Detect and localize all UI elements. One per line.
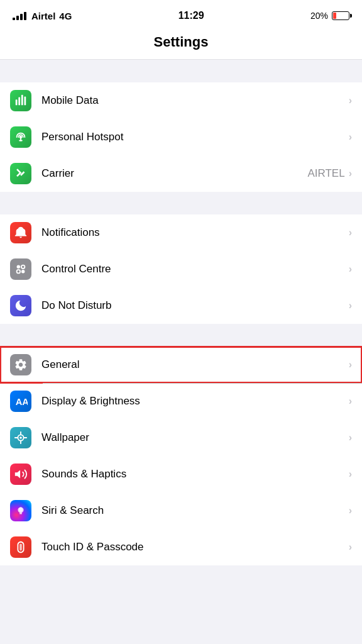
hotspot-icon: [10, 126, 31, 148]
general-icon: [10, 354, 31, 375]
siri-svg: [14, 504, 28, 518]
svg-point-17: [19, 508, 23, 512]
do-not-disturb-label: Do Not Disturb: [41, 299, 349, 312]
general-svg: [14, 358, 28, 372]
sounds-icon: [10, 464, 31, 485]
do-not-disturb-chevron: ›: [349, 300, 352, 311]
battery-percent: 20%: [310, 11, 328, 21]
svg-point-11: [19, 436, 22, 439]
svg-point-7: [17, 270, 20, 274]
settings-row-display[interactable]: AA Display & Brightness ›: [0, 383, 362, 419]
settings-row-general[interactable]: General ›: [0, 347, 362, 383]
section-divider-2: [0, 192, 362, 214]
svg-rect-1: [18, 97, 20, 106]
settings-row-personal-hotspot[interactable]: Personal Hotspot ›: [0, 119, 362, 155]
touchid-icon: [10, 536, 31, 558]
section-divider-3: [0, 324, 362, 347]
mobile-data-svg: [14, 94, 28, 108]
general-chevron: ›: [349, 359, 352, 370]
siri-label: Siri & Search: [41, 504, 349, 517]
section-divider-top: [0, 60, 362, 82]
mobile-data-icon: [10, 90, 31, 111]
svg-text:AA: AA: [16, 397, 28, 407]
touchid-svg: [14, 540, 28, 554]
touchid-chevron: ›: [349, 541, 352, 553]
do-not-disturb-icon: [10, 295, 31, 316]
control-centre-icon: [10, 258, 31, 280]
svg-rect-2: [21, 95, 23, 106]
display-label: Display & Brightness: [41, 395, 349, 408]
sounds-chevron: ›: [349, 469, 352, 480]
do-not-disturb-svg: [14, 299, 28, 313]
wallpaper-icon: [10, 427, 31, 448]
control-centre-label: Control Centre: [41, 263, 349, 275]
settings-row-notifications[interactable]: Notifications ›: [0, 214, 362, 251]
notifications-icon: [10, 222, 31, 243]
battery-area: 20%: [310, 11, 349, 21]
mobile-data-chevron: ›: [349, 95, 352, 106]
carrier-icon: [10, 163, 31, 184]
personal-hotspot-label: Personal Hotspot: [41, 131, 349, 143]
svg-rect-0: [16, 99, 18, 105]
wallpaper-chevron: ›: [349, 432, 352, 443]
settings-row-sounds[interactable]: Sounds & Haptics ›: [0, 456, 362, 492]
settings-row-control-centre[interactable]: Control Centre ›: [0, 251, 362, 287]
settings-row-do-not-disturb[interactable]: Do Not Disturb ›: [0, 287, 362, 324]
display-chevron: ›: [349, 396, 352, 407]
general-label: General: [41, 358, 349, 371]
display-svg: AA: [14, 394, 28, 408]
svg-marker-16: [15, 470, 20, 479]
wallpaper-label: Wallpaper: [41, 431, 349, 444]
carrier-label: Airtel: [31, 11, 55, 21]
wallpaper-svg: [14, 431, 28, 445]
notifications-label: Notifications: [41, 226, 349, 239]
notifications-chevron: ›: [349, 227, 352, 238]
carrier-row-label: Carrier: [41, 167, 307, 180]
settings-row-carrier[interactable]: Carrier AIRTEL ›: [0, 155, 362, 192]
svg-point-5: [17, 265, 20, 269]
carrier-value: AIRTEL: [307, 167, 344, 180]
settings-section-system: Notifications › Control Centre › Do Not …: [0, 214, 362, 324]
svg-rect-3: [25, 97, 26, 106]
battery-icon: [332, 11, 349, 20]
svg-point-8: [21, 270, 25, 274]
settings-row-wallpaper[interactable]: Wallpaper ›: [0, 419, 362, 456]
mobile-data-label: Mobile Data: [41, 94, 349, 107]
siri-icon: [10, 500, 31, 521]
status-bar: Airtel 4G 11:29 20%: [0, 0, 362, 28]
page-title-bar: Settings: [0, 28, 362, 60]
siri-chevron: ›: [349, 505, 352, 516]
carrier-signal: Airtel 4G: [13, 11, 72, 21]
settings-section-network: Mobile Data › Personal Hotspot › Carrier…: [0, 82, 362, 192]
signal-icon: [13, 12, 26, 20]
hotspot-svg: [14, 130, 28, 144]
time-display: 11:29: [178, 10, 204, 21]
settings-row-siri[interactable]: Siri & Search ›: [0, 492, 362, 529]
page-title: Settings: [13, 34, 349, 50]
settings-row-touchid[interactable]: Touch ID & Passcode ›: [0, 529, 362, 565]
notifications-svg: [14, 226, 28, 240]
settings-section-preferences: General › AA Display & Brightness › Wall…: [0, 347, 362, 565]
svg-point-6: [21, 265, 25, 269]
sounds-label: Sounds & Haptics: [41, 468, 349, 480]
display-icon: AA: [10, 391, 31, 412]
personal-hotspot-chevron: ›: [349, 131, 352, 143]
settings-row-mobile-data[interactable]: Mobile Data ›: [0, 82, 362, 119]
control-centre-chevron: ›: [349, 264, 352, 275]
network-label: 4G: [59, 11, 72, 21]
carrier-chevron: ›: [349, 168, 352, 179]
carrier-svg: [14, 167, 28, 180]
touchid-label: Touch ID & Passcode: [41, 541, 349, 553]
sounds-svg: [14, 467, 28, 481]
control-centre-svg: [14, 262, 28, 276]
